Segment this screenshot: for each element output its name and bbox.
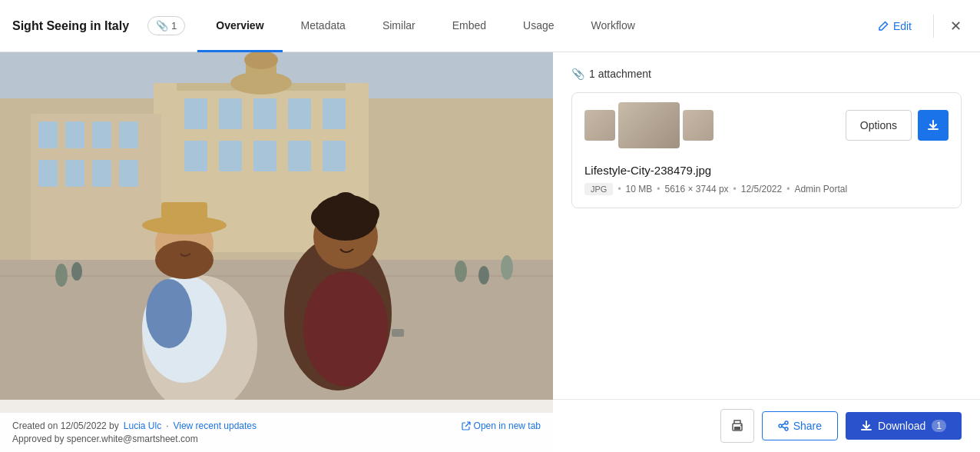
upload-date: 12/5/2022 — [741, 184, 782, 194]
svg-point-31 — [478, 266, 489, 284]
main-content: Created on 12/05/2022 by Lucia Ulc · Vie… — [0, 52, 980, 452]
svg-point-39 — [146, 279, 192, 348]
share-label: Share — [793, 420, 822, 432]
download-btn-icon — [861, 420, 872, 431]
svg-point-44 — [311, 206, 334, 229]
svg-rect-10 — [288, 98, 311, 129]
edit-button[interactable]: Edit — [866, 15, 924, 37]
attachment-icon: 📎 — [571, 68, 584, 80]
separator: · — [166, 420, 168, 431]
approved-text: Approved by spencer.white@smartsheet.com — [12, 434, 198, 444]
download-button[interactable]: Download 1 — [846, 412, 962, 440]
attachment-count-label: 1 attachment — [589, 68, 651, 80]
svg-rect-12 — [184, 141, 207, 171]
file-size: 10 MB — [626, 184, 653, 194]
svg-rect-21 — [119, 121, 138, 148]
svg-rect-13 — [219, 141, 242, 171]
print-button[interactable] — [720, 409, 754, 443]
svg-point-53 — [779, 424, 782, 427]
header: Sight Seeing in Italy 📎 1 Overview Metad… — [0, 0, 980, 52]
attachment-header: 📎 1 attachment — [571, 68, 962, 80]
attachment-info: Lifestyle-City-238479.jpg JPG • 10 MB • … — [572, 158, 961, 208]
thumb-right — [683, 110, 713, 141]
svg-rect-19 — [65, 121, 84, 148]
svg-rect-18 — [38, 121, 58, 148]
approved-row: Approved by spencer.white@smartsheet.com — [12, 434, 541, 444]
divider — [933, 15, 934, 38]
svg-rect-49 — [734, 427, 740, 430]
attachment-pin-icon: 📎 — [156, 20, 168, 32]
svg-rect-24 — [92, 160, 111, 187]
svg-rect-11 — [323, 98, 346, 129]
attachment-badge[interactable]: 📎 1 — [147, 16, 185, 35]
right-panel: 📎 1 attachment Optio — [553, 52, 980, 452]
svg-point-28 — [55, 264, 68, 287]
thumb-main — [618, 102, 680, 148]
format-badge: JPG — [584, 183, 613, 195]
download-count: 1 — [932, 420, 946, 432]
svg-rect-26 — [0, 260, 553, 400]
page-title: Sight Seeing in Italy — [12, 19, 129, 33]
svg-rect-16 — [323, 141, 346, 171]
svg-point-51 — [785, 421, 788, 424]
edit-icon — [878, 21, 889, 32]
svg-rect-47 — [392, 329, 404, 337]
view-updates-link[interactable]: View recent updates — [173, 420, 257, 431]
svg-point-52 — [785, 427, 788, 430]
svg-rect-23 — [65, 160, 84, 187]
download-icon-button[interactable] — [918, 110, 949, 141]
svg-rect-8 — [219, 98, 242, 129]
svg-point-50 — [740, 425, 742, 427]
open-new-tab-icon — [462, 421, 471, 430]
attachment-thumbnail-row: Options — [572, 93, 961, 158]
tab-workflow[interactable]: Workflow — [573, 1, 654, 52]
attachment-meta: JPG • 10 MB • 5616 × 3744 px • 12/5/2022… — [584, 183, 949, 195]
svg-rect-22 — [38, 160, 58, 187]
open-new-tab-link[interactable]: Open in new tab — [462, 420, 541, 431]
svg-rect-7 — [184, 98, 207, 129]
created-text: Created on 12/05/2022 by — [12, 420, 119, 431]
tab-overview[interactable]: Overview — [197, 1, 282, 52]
image-footer: Created on 12/05/2022 by Lucia Ulc · Vie… — [0, 413, 553, 452]
svg-rect-14 — [253, 141, 276, 171]
close-button[interactable]: ✕ — [943, 14, 968, 38]
svg-point-41 — [303, 271, 388, 387]
svg-point-46 — [332, 192, 359, 220]
svg-point-32 — [501, 255, 513, 280]
download-label: Download — [878, 420, 925, 432]
share-button[interactable]: Share — [762, 411, 838, 440]
svg-point-38 — [155, 241, 214, 279]
print-icon — [730, 418, 745, 434]
source: Admin Portal — [794, 184, 847, 194]
main-image — [0, 52, 553, 400]
thumbnail-strip — [584, 102, 713, 148]
svg-rect-37 — [161, 202, 207, 229]
tab-similar[interactable]: Similar — [364, 1, 434, 52]
svg-point-29 — [71, 262, 82, 281]
svg-point-45 — [358, 203, 379, 224]
svg-point-30 — [455, 261, 467, 282]
image-meta-row: Created on 12/05/2022 by Lucia Ulc · Vie… — [12, 420, 541, 431]
download-arrow-icon — [927, 119, 939, 131]
thumb-left — [584, 110, 615, 141]
attachment-filename: Lifestyle-City-238479.jpg — [584, 164, 949, 177]
svg-rect-25 — [119, 160, 138, 187]
svg-rect-9 — [253, 98, 276, 129]
tab-embed[interactable]: Embed — [434, 1, 505, 52]
header-actions: Edit ✕ — [866, 14, 968, 38]
image-panel: Created on 12/05/2022 by Lucia Ulc · Vie… — [0, 52, 553, 452]
tab-usage[interactable]: Usage — [505, 1, 572, 52]
tab-bar: Overview Metadata Similar Embed Usage Wo… — [197, 0, 866, 52]
svg-rect-15 — [288, 141, 311, 171]
svg-rect-27 — [0, 275, 553, 277]
share-icon — [778, 420, 789, 431]
svg-rect-20 — [92, 121, 111, 148]
attachment-card-actions: Options — [846, 110, 949, 141]
author-link[interactable]: Lucia Ulc — [124, 420, 161, 431]
attachment-card: Options Lifestyle-City-238479.jpg JPG • … — [571, 92, 962, 208]
options-button[interactable]: Options — [846, 110, 912, 141]
dimensions: 5616 × 3744 px — [665, 184, 729, 194]
bottom-actions: Share Download 1 — [553, 399, 980, 452]
attachment-count: 1 — [171, 20, 177, 32]
tab-metadata[interactable]: Metadata — [283, 1, 364, 52]
